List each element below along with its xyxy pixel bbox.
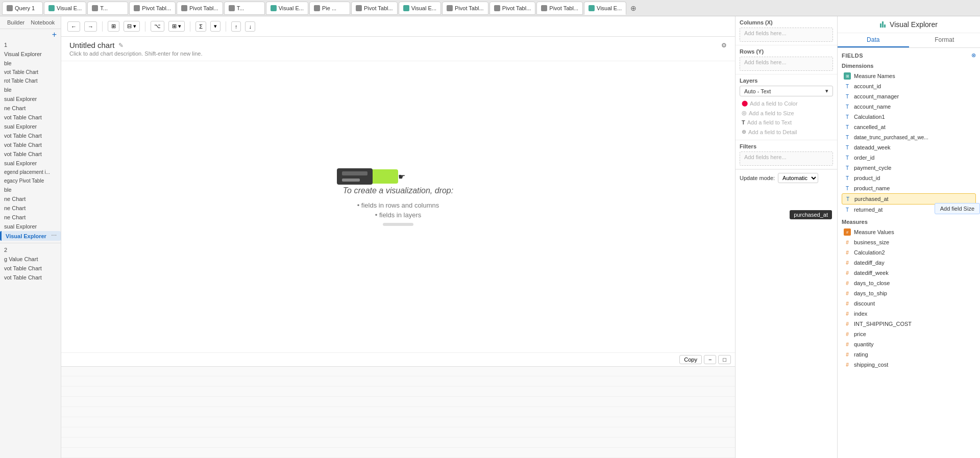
tab-pivot5[interactable]: Pivot Tabl...: [489, 2, 536, 15]
field-product-name[interactable]: T product_name: [842, 183, 976, 193]
field-index[interactable]: # index: [842, 309, 976, 319]
field-measure-names[interactable]: ⊞ Measure Names: [842, 71, 976, 81]
sidebar-item-jot-table[interactable]: vot Table Chart: [0, 68, 61, 77]
sidebar-item-vot-table-6[interactable]: vot Table Chart: [0, 273, 61, 282]
sidebar-item-legacy-pivot[interactable]: egacy Pivot Table: [0, 176, 61, 185]
sidebar-item-g-value-chart[interactable]: g Value Chart: [0, 255, 61, 264]
sidebar-item-ne-chart-2[interactable]: ne Chart: [0, 194, 61, 203]
sidebar-item-sual-explorer-3[interactable]: sual Explorer: [0, 159, 61, 168]
field-rating[interactable]: # rating: [842, 349, 976, 360]
sum-button[interactable]: Σ: [195, 21, 206, 32]
tab-visual2[interactable]: Visual E...: [266, 2, 308, 15]
sum-dropdown-button[interactable]: ▾: [210, 21, 220, 32]
tab-pivot3[interactable]: Pivot Tabl...: [351, 2, 398, 15]
detail-field-row[interactable]: ⊕ Add a field to Detail: [740, 127, 833, 137]
tab-visual3[interactable]: Visual E...: [399, 2, 441, 15]
forward-button[interactable]: →: [84, 21, 97, 32]
tab-t1[interactable]: T...: [87, 2, 128, 15]
sidebar-item-sual-explorer-2[interactable]: sual Explorer: [0, 122, 61, 131]
filters-drop-zone[interactable]: Add fields here...: [740, 151, 833, 166]
tab-pivot2[interactable]: Pivot Tabl...: [177, 2, 223, 15]
columns-drop-zone[interactable]: Add fields here...: [740, 28, 833, 42]
sidebar-item-visual-explorer-1[interactable]: Visual Explorer: [0, 49, 61, 59]
settings-icon[interactable]: ⚙: [721, 42, 727, 49]
sidebar-item-ble-2[interactable]: ble: [0, 85, 61, 94]
field-shipping-cost[interactable]: # shipping_cost: [842, 360, 976, 370]
sidebar-item-ne-chart-4[interactable]: ne Chart: [0, 213, 61, 222]
fields-search-icon[interactable]: ⊗: [971, 52, 976, 59]
tab-add-button[interactable]: ⊕: [627, 4, 640, 12]
layout-button[interactable]: ⊟ ▾: [124, 21, 140, 32]
tab-t2[interactable]: T...: [224, 2, 265, 15]
tab-query1[interactable]: Query 1: [2, 2, 43, 15]
notebook-button[interactable]: Notebook: [28, 18, 58, 27]
field-calculation1[interactable]: T Calculation1: [842, 112, 976, 122]
field-product-id[interactable]: T product_id: [842, 173, 976, 183]
field-discount[interactable]: # discount: [842, 298, 976, 309]
sidebar-add-button[interactable]: +: [52, 30, 57, 39]
field-dateadd-week[interactable]: T dateadd_week: [842, 142, 976, 152]
sidebar-item-2[interactable]: 2: [0, 245, 61, 255]
tab-pivot6[interactable]: Pivot Tabl...: [536, 2, 583, 15]
sidebar-item-rot-table[interactable]: rot Table Chart: [0, 77, 61, 85]
field-days-to-ship[interactable]: # days_to_ship: [842, 288, 976, 298]
text-field-row[interactable]: T Add a field to Text: [740, 118, 833, 127]
field-account-id[interactable]: T account_id: [842, 81, 976, 91]
builder-button[interactable]: Builder: [4, 18, 28, 27]
sidebar-item-sual-explorer-1[interactable]: sual Explorer: [0, 94, 61, 104]
field-datediff-week[interactable]: # datediff_week: [842, 268, 976, 278]
sidebar-item-ble-3[interactable]: ble: [0, 185, 61, 194]
sort-desc-button[interactable]: ↓: [245, 21, 255, 32]
copy-button[interactable]: Copy: [679, 355, 702, 364]
field-price[interactable]: # price: [842, 329, 976, 339]
tab-visual4[interactable]: Visual E...: [584, 2, 626, 15]
field-cancelled-at[interactable]: T cancelled_at: [842, 122, 976, 132]
color-field-row[interactable]: ⬤ Add a field to Color: [740, 98, 833, 108]
sidebar-item-vot-table-1[interactable]: vot Table Chart: [0, 113, 61, 122]
sidebar-item-legend[interactable]: egend placement i...: [0, 168, 61, 176]
field-datediff-day[interactable]: # datediff_day: [842, 258, 976, 268]
tab-data[interactable]: Data: [838, 33, 909, 47]
field-calculation2[interactable]: # Calculation2: [842, 247, 976, 258]
view-toggle-button[interactable]: ⊞: [108, 21, 119, 32]
sidebar-item-sual-explorer-4[interactable]: sual Explorer: [0, 222, 61, 231]
sidebar-item-1[interactable]: 1: [0, 40, 61, 49]
field-business-size[interactable]: # business_size: [842, 237, 976, 247]
measures-section-title: Measures: [842, 219, 976, 225]
field-int-shipping-cost[interactable]: # INT_SHIPPING_COST: [842, 319, 976, 329]
sort-asc-button[interactable]: ↑: [231, 21, 241, 32]
back-button[interactable]: ←: [67, 21, 80, 32]
update-mode-select[interactable]: Automatic: [778, 173, 818, 183]
sidebar-item-vot-table-5[interactable]: vot Table Chart: [0, 264, 61, 273]
group-button[interactable]: ⊞ ▾: [168, 21, 185, 32]
layer-type-selector[interactable]: Auto - Text ▾: [740, 86, 833, 96]
tab-pivot4[interactable]: Pivot Tabl...: [442, 2, 488, 15]
field-account-manager[interactable]: T account_manager: [842, 91, 976, 101]
tab-visual1[interactable]: Visual E...: [44, 2, 86, 15]
sidebar-item-vot-table-3[interactable]: vot Table Chart: [0, 140, 61, 149]
field-account-name[interactable]: T account_name: [842, 101, 976, 112]
tab-pivot1[interactable]: Pivot Tabl...: [129, 2, 176, 15]
branch-button[interactable]: ⌥: [151, 21, 164, 32]
sidebar-item-visual-explorer-active[interactable]: Visual Explorer ⋯: [0, 231, 61, 241]
sidebar-item-vot-table-4[interactable]: vot Table Chart: [0, 149, 61, 159]
field-days-to-close[interactable]: # days_to_close: [842, 278, 976, 288]
tab-pie[interactable]: Pie ...: [309, 2, 350, 15]
zoom-out-button[interactable]: −: [704, 355, 716, 364]
field-quantity[interactable]: # quantity: [842, 339, 976, 349]
sidebar-item-options-icon[interactable]: ⋯: [51, 233, 57, 239]
tab-format[interactable]: Format: [909, 33, 981, 47]
zoom-in-button[interactable]: □: [718, 355, 731, 364]
sidebar-item-ble-1[interactable]: ble: [0, 59, 61, 68]
sidebar-item-ne-chart-3[interactable]: ne Chart: [0, 203, 61, 213]
field-measure-values[interactable]: # Measure Values: [842, 227, 976, 237]
size-field-row[interactable]: ◎ Add a field to Size: [740, 108, 833, 118]
field-order-id[interactable]: T order_id: [842, 152, 976, 163]
chart-canvas[interactable]: ☛ To create a visualization, drop: • fie…: [61, 61, 735, 352]
field-payment-cycle[interactable]: T payment_cycle: [842, 163, 976, 173]
chart-edit-icon[interactable]: ✎: [118, 42, 124, 49]
rows-drop-zone[interactable]: Add fields here...: [740, 57, 833, 71]
sidebar-item-ne-chart-1[interactable]: ne Chart: [0, 104, 61, 113]
field-datae-trunc[interactable]: T datae_trunc_purchased_at_we...: [842, 132, 976, 142]
sidebar-item-vot-table-2[interactable]: vot Table Chart: [0, 131, 61, 140]
